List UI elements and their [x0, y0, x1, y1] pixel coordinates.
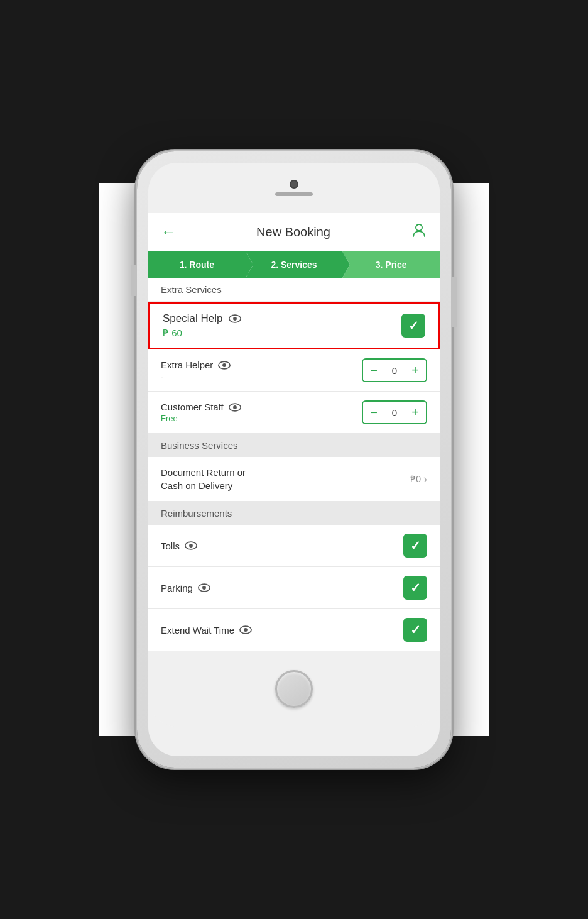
document-row-title: Document Return orCash on Delivery: [161, 466, 246, 492]
special-help-price: ₱ 60: [163, 327, 241, 339]
tolls-checkbox[interactable]: ✓: [403, 534, 427, 558]
step-route[interactable]: 1. Route: [148, 251, 246, 278]
extend-wait-row[interactable]: Extend Wait Time ✓: [148, 609, 440, 651]
phone-frame: ← New Booking 1. Route 2. S: [137, 151, 451, 768]
extra-helper-increment[interactable]: +: [405, 360, 426, 381]
tolls-eye-icon[interactable]: [185, 541, 197, 550]
tolls-title: Tolls: [161, 541, 197, 551]
customer-staff-decrement[interactable]: −: [363, 402, 384, 423]
customer-staff-row: Customer Staff Free −: [148, 392, 440, 434]
support-icon[interactable]: [411, 222, 427, 242]
special-help-title: Special Help: [163, 312, 241, 325]
extend-wait-checkbox[interactable]: ✓: [403, 618, 427, 642]
parking-checkbox[interactable]: ✓: [403, 576, 427, 600]
phone-top-bar: [148, 163, 440, 213]
svg-point-10: [202, 586, 206, 590]
extra-helper-row: Extra Helper - −: [148, 349, 440, 392]
step-services[interactable]: 2. Services: [246, 251, 343, 278]
special-help-row[interactable]: Special Help ₱ 60 ✓: [148, 302, 440, 349]
svg-point-12: [244, 628, 248, 632]
parking-eye-icon[interactable]: [198, 583, 210, 592]
home-button[interactable]: [275, 670, 313, 708]
extra-services-label: Extra Services: [148, 278, 440, 302]
camera: [290, 180, 298, 189]
tolls-row[interactable]: Tolls ✓: [148, 525, 440, 567]
speaker: [275, 192, 313, 196]
document-row[interactable]: Document Return orCash on Delivery ₱0 ›: [148, 457, 440, 502]
extra-helper-title: Extra Helper: [161, 360, 231, 370]
customer-staff-value: 0: [384, 407, 405, 418]
document-value: ₱0: [410, 474, 421, 484]
step-price[interactable]: 3. Price: [342, 251, 440, 278]
parking-title: Parking: [161, 583, 210, 593]
special-help-left: Special Help ₱ 60: [163, 312, 241, 339]
reimbursements-header: Reimbursements: [148, 502, 440, 525]
customer-staff-left: Customer Staff Free: [161, 402, 241, 423]
business-services-header: Business Services: [148, 434, 440, 457]
customer-staff-counter[interactable]: − 0 +: [362, 400, 427, 424]
customer-staff-eye-icon[interactable]: [229, 403, 241, 412]
extra-helper-sub: -: [161, 371, 231, 381]
special-help-eye-icon[interactable]: [229, 314, 241, 323]
back-button[interactable]: ←: [161, 223, 176, 241]
page-title: New Booking: [256, 225, 330, 239]
extra-helper-decrement[interactable]: −: [363, 360, 384, 381]
progress-bar: 1. Route 2. Services 3. Price: [148, 251, 440, 278]
extra-helper-value: 0: [384, 365, 405, 376]
extend-wait-eye-icon[interactable]: [239, 625, 252, 634]
special-help-checkbox[interactable]: ✓: [401, 314, 425, 338]
phone-bottom: [148, 651, 440, 727]
customer-staff-title: Customer Staff: [161, 402, 241, 412]
svg-point-6: [233, 405, 237, 409]
svg-point-2: [234, 317, 237, 321]
svg-point-4: [222, 363, 226, 367]
svg-point-0: [416, 224, 422, 231]
customer-staff-increment[interactable]: +: [405, 402, 426, 423]
extra-helper-left: Extra Helper -: [161, 360, 231, 381]
customer-staff-sub: Free: [161, 414, 241, 423]
app-header: ← New Booking: [148, 213, 440, 251]
document-chevron-icon: ›: [423, 473, 427, 486]
screen: ← New Booking 1. Route 2. S: [148, 213, 440, 651]
extra-helper-eye-icon[interactable]: [218, 361, 231, 370]
parking-row[interactable]: Parking ✓: [148, 567, 440, 609]
extra-helper-counter[interactable]: − 0 +: [362, 358, 427, 382]
svg-point-8: [189, 544, 193, 548]
document-row-right: ₱0 ›: [410, 473, 427, 486]
extend-wait-title: Extend Wait Time: [161, 625, 252, 636]
